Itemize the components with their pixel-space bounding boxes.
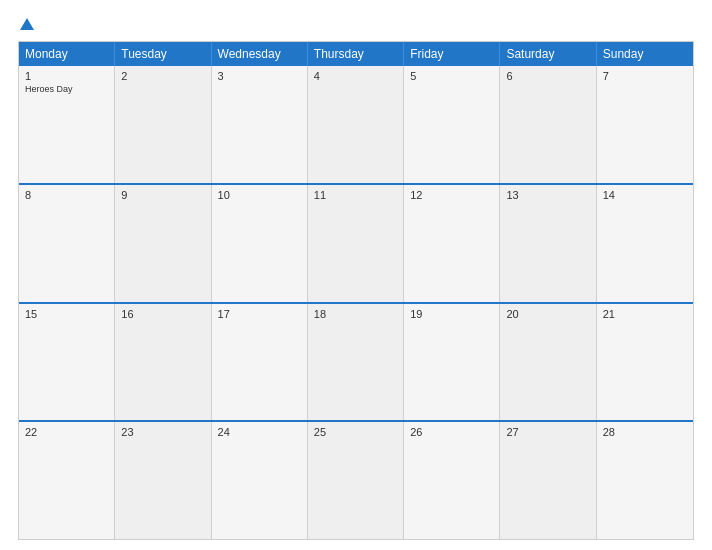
day-cell: 26: [404, 422, 500, 539]
day-cell: 6: [500, 66, 596, 183]
day-number: 3: [218, 70, 301, 82]
day-number: 15: [25, 308, 108, 320]
day-cell: 18: [308, 304, 404, 421]
day-header-monday: Monday: [19, 42, 115, 66]
day-cell: 24: [212, 422, 308, 539]
day-number: 28: [603, 426, 687, 438]
day-number: 8: [25, 189, 108, 201]
day-cell: 3: [212, 66, 308, 183]
day-number: 1: [25, 70, 108, 82]
week-row-4: 22232425262728: [19, 420, 693, 539]
day-cell: 10: [212, 185, 308, 302]
day-cell: 13: [500, 185, 596, 302]
day-number: 22: [25, 426, 108, 438]
day-cell: 9: [115, 185, 211, 302]
day-number: 24: [218, 426, 301, 438]
day-number: 20: [506, 308, 589, 320]
day-number: 11: [314, 189, 397, 201]
day-number: 21: [603, 308, 687, 320]
day-header-friday: Friday: [404, 42, 500, 66]
calendar-grid: MondayTuesdayWednesdayThursdayFridaySatu…: [18, 41, 694, 540]
day-number: 27: [506, 426, 589, 438]
day-number: 10: [218, 189, 301, 201]
day-cell: 1Heroes Day: [19, 66, 115, 183]
day-number: 18: [314, 308, 397, 320]
day-cell: 2: [115, 66, 211, 183]
day-cell: 7: [597, 66, 693, 183]
logo-triangle-icon: [20, 18, 34, 30]
day-number: 17: [218, 308, 301, 320]
day-cell: 12: [404, 185, 500, 302]
week-row-2: 891011121314: [19, 183, 693, 302]
calendar-page: MondayTuesdayWednesdayThursdayFridaySatu…: [0, 0, 712, 550]
day-cell: 16: [115, 304, 211, 421]
day-cell: 21: [597, 304, 693, 421]
day-number: 6: [506, 70, 589, 82]
day-cell: 11: [308, 185, 404, 302]
day-header-sunday: Sunday: [597, 42, 693, 66]
logo: [18, 18, 34, 31]
day-cell: 17: [212, 304, 308, 421]
day-cell: 23: [115, 422, 211, 539]
day-number: 19: [410, 308, 493, 320]
logo-blue-row: [18, 18, 34, 31]
day-number: 5: [410, 70, 493, 82]
day-cell: 20: [500, 304, 596, 421]
day-cell: 15: [19, 304, 115, 421]
day-cell: 4: [308, 66, 404, 183]
day-number: 14: [603, 189, 687, 201]
day-number: 7: [603, 70, 687, 82]
day-number: 9: [121, 189, 204, 201]
weeks-container: 1Heroes Day23456789101112131415161718192…: [19, 66, 693, 539]
day-number: 13: [506, 189, 589, 201]
day-cell: 5: [404, 66, 500, 183]
day-cell: 27: [500, 422, 596, 539]
day-number: 12: [410, 189, 493, 201]
day-cell: 19: [404, 304, 500, 421]
day-cell: 22: [19, 422, 115, 539]
day-number: 4: [314, 70, 397, 82]
day-number: 16: [121, 308, 204, 320]
day-header-tuesday: Tuesday: [115, 42, 211, 66]
day-cell: 28: [597, 422, 693, 539]
day-number: 23: [121, 426, 204, 438]
holiday-label: Heroes Day: [25, 84, 108, 94]
day-header-saturday: Saturday: [500, 42, 596, 66]
day-headers-row: MondayTuesdayWednesdayThursdayFridaySatu…: [19, 42, 693, 66]
day-cell: 8: [19, 185, 115, 302]
week-row-3: 15161718192021: [19, 302, 693, 421]
day-cell: 25: [308, 422, 404, 539]
day-number: 25: [314, 426, 397, 438]
day-cell: 14: [597, 185, 693, 302]
header: [18, 18, 694, 31]
day-header-thursday: Thursday: [308, 42, 404, 66]
day-header-wednesday: Wednesday: [212, 42, 308, 66]
day-number: 26: [410, 426, 493, 438]
week-row-1: 1Heroes Day234567: [19, 66, 693, 183]
day-number: 2: [121, 70, 204, 82]
